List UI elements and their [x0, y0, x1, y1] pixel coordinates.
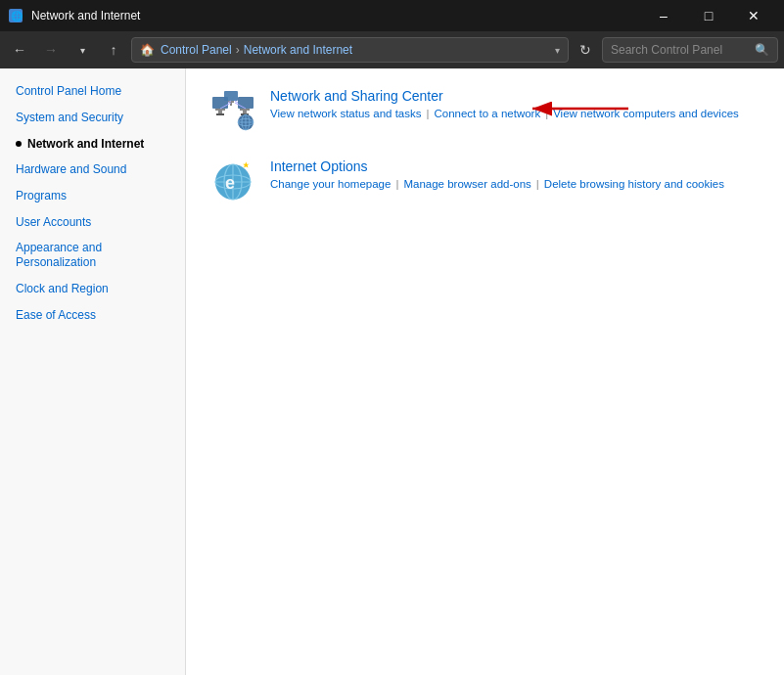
sidebar-item-system-security[interactable]: System and Security — [0, 105, 185, 131]
up-button[interactable]: ↑ — [100, 36, 127, 64]
home-icon: 🏠 — [140, 43, 155, 57]
sidebar: Control Panel Home System and Security N… — [0, 68, 186, 675]
breadcrumb-item[interactable]: Control Panel — [161, 43, 232, 57]
svg-rect-9 — [238, 97, 254, 109]
svg-marker-30 — [243, 161, 250, 167]
internet-options-icon: e — [209, 158, 256, 205]
address-dropdown-icon[interactable]: ▾ — [555, 45, 560, 56]
svg-rect-3 — [215, 109, 225, 111]
internet-options-title[interactable]: Internet Options — [270, 158, 761, 174]
main-container: Control Panel Home System and Security N… — [0, 68, 784, 675]
svg-rect-4 — [218, 111, 222, 113]
sidebar-label: Programs — [16, 188, 67, 204]
network-sharing-icon — [209, 88, 256, 135]
close-button[interactable]: ✕ — [731, 0, 776, 31]
svg-rect-11 — [243, 111, 247, 113]
link-sep: | — [395, 178, 398, 190]
manage-addons-link[interactable]: Manage browser add-ons — [403, 178, 530, 190]
red-arrow-annotation — [523, 94, 630, 123]
address-bar: ← → ▾ ↑ 🏠 Control Panel › Network and In… — [0, 31, 784, 68]
recent-button[interactable]: ▾ — [69, 36, 96, 64]
search-box[interactable]: Search Control Panel 🔍 — [602, 37, 778, 63]
active-indicator — [16, 141, 22, 147]
address-field[interactable]: 🏠 Control Panel › Network and Internet ▾ — [131, 37, 569, 63]
internet-options-info: Internet Options Change your homepage | … — [270, 158, 761, 190]
network-sharing-item: Network and Sharing Center View network … — [209, 88, 761, 135]
internet-options-links: Change your homepage | Manage browser ad… — [270, 178, 761, 190]
svg-text:e: e — [225, 173, 235, 193]
sidebar-label: User Accounts — [16, 214, 91, 231]
sidebar-item-network-internet[interactable]: Network and Internet — [0, 131, 185, 158]
svg-rect-5 — [216, 113, 224, 115]
network-icon-svg — [210, 89, 255, 134]
network-sharing-title[interactable]: Network and Sharing Center — [270, 88, 761, 104]
link-sep: | — [426, 108, 429, 119]
sidebar-label: Clock and Region — [16, 281, 109, 297]
sidebar-label: Ease of Access — [16, 307, 96, 324]
breadcrumb-item[interactable]: Network and Internet — [244, 43, 352, 57]
sidebar-item-clock-region[interactable]: Clock and Region — [0, 276, 185, 302]
sidebar-item-user-accounts[interactable]: User Accounts — [0, 209, 185, 236]
content-area: Network and Sharing Center View network … — [186, 68, 784, 675]
sidebar-item-control-panel-home[interactable]: Control Panel Home — [0, 78, 185, 105]
maximize-button[interactable]: □ — [686, 0, 731, 31]
window-icon: 🌐 — [8, 8, 23, 23]
search-placeholder: Search Control Panel — [611, 43, 751, 57]
window-title: Network and Internet — [31, 9, 633, 22]
network-sharing-info: Network and Sharing Center View network … — [270, 88, 761, 119]
sidebar-label: System and Security — [16, 110, 123, 126]
sidebar-label: Hardware and Sound — [16, 161, 126, 178]
delete-history-link[interactable]: Delete browsing history and cookies — [544, 178, 724, 190]
sidebar-label: Control Panel Home — [16, 83, 121, 100]
view-network-status-link[interactable]: View network status and tasks — [270, 108, 421, 119]
network-sharing-links: View network status and tasks | Connect … — [270, 108, 761, 119]
svg-text:🌐: 🌐 — [11, 10, 23, 22]
title-bar: 🌐 Network and Internet – □ ✕ — [0, 0, 784, 31]
breadcrumb-sep: › — [236, 43, 240, 57]
ie-icon-svg: e — [210, 159, 255, 204]
back-button[interactable]: ← — [6, 36, 33, 64]
breadcrumb: Control Panel › Network and Internet — [161, 43, 549, 57]
forward-button[interactable]: → — [37, 36, 65, 64]
sidebar-label: Appearance and Personalization — [16, 241, 169, 271]
link-sep: | — [536, 178, 539, 190]
change-homepage-link[interactable]: Change your homepage — [270, 178, 391, 190]
sidebar-label: Network and Internet — [27, 136, 144, 153]
minimize-button[interactable]: – — [641, 0, 686, 31]
svg-rect-10 — [240, 109, 250, 111]
internet-options-item: e Internet Options Change your homepage … — [209, 158, 761, 205]
refresh-button[interactable]: ↻ — [573, 37, 598, 63]
sidebar-item-appearance[interactable]: Appearance and Personalization — [0, 236, 185, 276]
sidebar-item-hardware-sound[interactable]: Hardware and Sound — [0, 157, 185, 183]
window-controls: – □ ✕ — [641, 0, 776, 31]
search-icon: 🔍 — [755, 43, 769, 57]
svg-rect-6 — [224, 91, 238, 101]
sidebar-item-ease-access[interactable]: Ease of Access — [0, 302, 185, 329]
sidebar-item-programs[interactable]: Programs — [0, 183, 185, 209]
